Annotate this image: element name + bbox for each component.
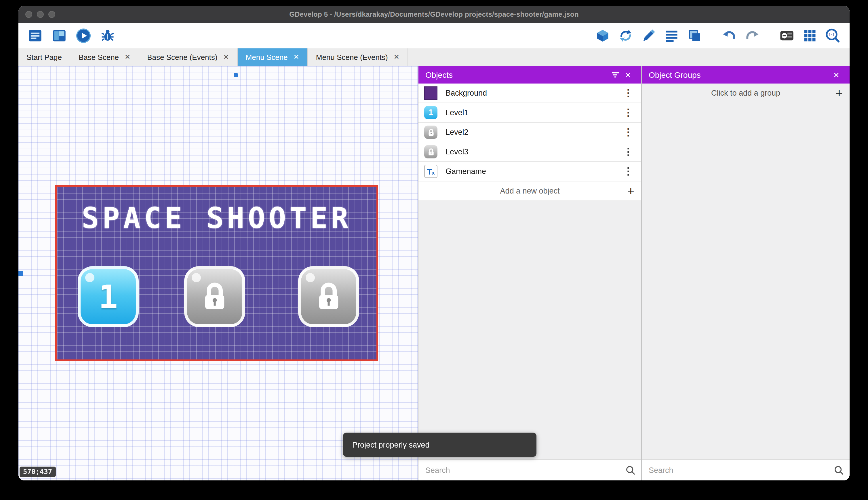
close-icon[interactable]: ✕ (125, 54, 130, 60)
plus-icon[interactable]: + (835, 87, 843, 99)
undo-icon (721, 28, 737, 43)
toolbar-right-group: 1:1 (594, 27, 842, 44)
scene-window-icon (52, 28, 67, 43)
titlebar: GDevelop 5 - /Users/dkarakay/Documents/G… (19, 6, 849, 23)
layers-icon (687, 28, 702, 43)
project-manager-icon (28, 28, 43, 43)
add-group-row[interactable]: Click to add a group + (642, 83, 849, 103)
open-instances-list-button[interactable] (663, 27, 680, 44)
selection-handle[interactable] (234, 73, 238, 77)
open-layers-editor-button[interactable] (686, 27, 703, 44)
grid-options-button[interactable] (801, 27, 819, 44)
locked-object-icon (424, 126, 437, 139)
toast-message: Project properly saved (352, 440, 430, 449)
objects-panel-title: Objects (425, 70, 453, 79)
debug-button[interactable] (99, 27, 116, 44)
open-properties-button[interactable] (640, 27, 657, 44)
search-icon[interactable] (834, 465, 844, 475)
new-scene-button[interactable] (51, 27, 68, 44)
tab-base-scene-events[interactable]: Base Scene (Events) ✕ (139, 48, 237, 66)
selection-handle[interactable] (19, 271, 23, 276)
mask-icon (779, 28, 795, 43)
tab-menu-scene-events[interactable]: Menu Scene (Events) ✕ (308, 48, 408, 66)
object-row-level3[interactable]: Level3 ⋮ (419, 142, 641, 162)
objects-search-row (419, 459, 641, 480)
level1-button-instance[interactable]: 1 (78, 266, 139, 327)
object-menu-icon[interactable]: ⋮ (621, 87, 635, 99)
object-menu-icon[interactable]: ⋮ (621, 165, 635, 178)
object-row-gamename[interactable]: Tx Gamename ⋮ (419, 162, 641, 181)
grid-icon (802, 28, 817, 43)
gdevelop-window: GDevelop 5 - /Users/dkarakay/Documents/G… (19, 6, 849, 480)
play-icon (75, 28, 92, 44)
level1-object-icon: 1 (424, 106, 437, 119)
open-objects-editor-button[interactable] (594, 27, 611, 44)
bug-icon (100, 28, 115, 43)
close-icon[interactable]: ✕ (830, 69, 843, 81)
object-menu-icon[interactable]: ⋮ (621, 146, 635, 158)
close-icon[interactable]: ✕ (223, 54, 229, 60)
instances-list-icon (664, 28, 679, 43)
scene-background-instance[interactable]: SPACE SHOOTER 1 (55, 185, 378, 361)
cube-icon (595, 28, 610, 43)
close-icon[interactable]: ✕ (394, 54, 399, 60)
zoom-window-icon[interactable] (48, 11, 55, 18)
window-title: GDevelop 5 - /Users/dkarakay/Documents/G… (289, 10, 579, 19)
main-toolbar: 1:1 (19, 23, 849, 48)
groups-search-row (642, 459, 849, 480)
zoom-one-to-one-icon: 1:1 (825, 28, 841, 44)
objects-panel-header: Objects ✕ (419, 66, 641, 83)
search-icon[interactable] (626, 465, 635, 475)
groups-panel-empty-area (642, 103, 849, 459)
group-arrows-icon (618, 28, 633, 43)
object-menu-icon[interactable]: ⋮ (621, 126, 635, 138)
editor-content: SPACE SHOOTER 1 (19, 66, 849, 480)
svg-text:1:1: 1:1 (829, 32, 835, 37)
close-icon[interactable]: ✕ (294, 54, 299, 60)
tab-menu-scene[interactable]: Menu Scene ✕ (238, 48, 308, 66)
groups-search-input[interactable] (647, 465, 830, 475)
traffic-lights (25, 6, 55, 23)
zoom-button[interactable]: 1:1 (824, 27, 842, 44)
object-menu-icon[interactable]: ⋮ (621, 106, 635, 119)
redo-icon (744, 28, 760, 43)
cursor-coordinates: 570;437 (20, 467, 56, 477)
redo-button[interactable] (744, 27, 761, 44)
add-object-row[interactable]: Add a new object + (419, 181, 641, 201)
padlock-icon (315, 281, 342, 312)
text-object-icon: Tx (424, 165, 437, 178)
object-groups-panel-title: Object Groups (649, 70, 701, 79)
open-object-groups-button[interactable] (617, 27, 634, 44)
level2-button-instance[interactable] (184, 266, 245, 327)
objects-panel: Objects ✕ Background ⋮ (418, 66, 641, 480)
minimize-window-icon[interactable] (37, 11, 44, 18)
project-manager-button[interactable] (26, 27, 44, 44)
locked-object-icon (424, 145, 437, 158)
save-toast: Project properly saved (343, 433, 537, 457)
game-title-text[interactable]: SPACE SHOOTER (57, 202, 376, 235)
tab-base-scene[interactable]: Base Scene ✕ (71, 48, 139, 66)
scene-canvas[interactable]: SPACE SHOOTER 1 (19, 66, 418, 480)
close-window-icon[interactable] (25, 11, 32, 18)
padlock-icon (201, 281, 228, 312)
object-row-background[interactable]: Background ⋮ (419, 83, 641, 103)
objects-panel-empty-area (419, 201, 641, 459)
objects-search-input[interactable] (424, 465, 621, 475)
undo-button[interactable] (721, 27, 738, 44)
background-object-icon (424, 87, 437, 100)
screen: GDevelop 5 - /Users/dkarakay/Documents/G… (0, 0, 868, 500)
plus-icon[interactable]: + (627, 185, 634, 197)
toolbar-left-group (26, 27, 116, 44)
close-icon[interactable]: ✕ (622, 69, 634, 81)
level3-button-instance[interactable] (298, 266, 359, 327)
pencil-icon (641, 28, 656, 43)
tab-bar: Start Page Base Scene ✕ Base Scene (Even… (19, 48, 849, 66)
preview-button[interactable] (75, 27, 92, 44)
filter-icon[interactable] (609, 69, 622, 81)
object-groups-panel-header: Object Groups ✕ (642, 66, 849, 83)
tab-start-page[interactable]: Start Page (19, 48, 71, 66)
render-options-button[interactable] (778, 27, 796, 44)
level1-number: 1 (98, 278, 118, 315)
object-row-level2[interactable]: Level2 ⋮ (419, 123, 641, 142)
object-row-level1[interactable]: 1 Level1 ⋮ (419, 103, 641, 123)
